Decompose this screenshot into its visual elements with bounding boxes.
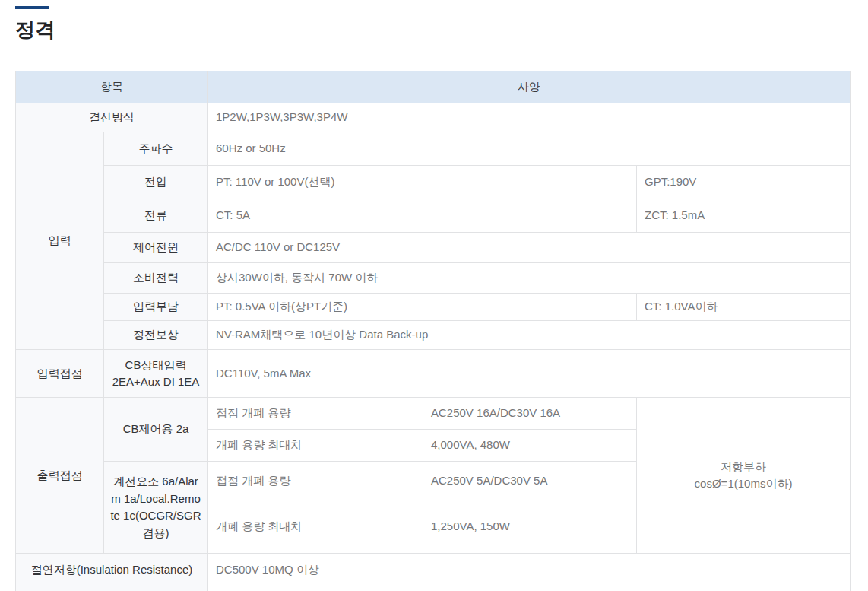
- header-cell-item: 항목: [16, 71, 208, 103]
- output-row-3-value: 1,250VA, 150W: [423, 500, 637, 554]
- output-row-0-value: AC250V 16A/DC30V 16A: [423, 398, 637, 430]
- input-group-label: 입력: [16, 132, 104, 350]
- wiring-value: 1P2W,1P3W,3P3W,3P4W: [208, 103, 851, 132]
- page-title: 정격: [15, 17, 55, 43]
- input-contact-label: CB상태입력 2EA+Aux DI 1EA: [104, 350, 208, 398]
- insulation-value: DC500V 10MQ 이상: [208, 554, 851, 586]
- row-input-contact: 입력접점 CB상태입력 2EA+Aux DI 1EA DC110V, 5mA M…: [16, 350, 851, 398]
- backup-label: 정전보상: [104, 321, 208, 350]
- resistive-load-line-1: 저항부하: [643, 459, 844, 476]
- voltage-value-2: GPT:190V: [637, 166, 851, 199]
- resistive-load-line-2: cosØ=1(10ms이하): [643, 475, 844, 493]
- current-label: 전류: [104, 199, 208, 233]
- output-row-2-label: 접점 개폐 용량: [208, 462, 423, 500]
- frequency-value: 60Hz or 50Hz: [208, 132, 851, 166]
- frequency-label: 주파수: [104, 132, 208, 166]
- output-row-0-label: 접점 개폐 용량: [208, 398, 423, 430]
- output-row-3-label: 개폐 용량 최대치: [208, 500, 423, 554]
- row-output-cb-capacity: 출력접점 CB제어용 2a 접점 개폐 용량 AC250V 16A/DC30V …: [16, 398, 851, 430]
- row-wiring: 결선방식 1P2W,1P3W,3P3W,3P4W: [16, 103, 851, 132]
- burden-label: 입력부담: [104, 294, 208, 321]
- row-input-current: 전류 CT: 5A ZCT: 1.5mA: [16, 199, 851, 233]
- row-input-consumption: 소비전력 상시30W이하, 동작시 70W 이하: [16, 263, 851, 294]
- burden-value: PT: 0.5VA 이하(상PT기준): [208, 294, 637, 321]
- current-value-2: ZCT: 1.5mA: [637, 199, 851, 233]
- row-input-backup: 정전보상 NV-RAM채택으로 10년이상 Data Back-up: [16, 321, 851, 350]
- consumption-label: 소비전력: [104, 263, 208, 294]
- row-input-control-power: 제어전원 AC/DC 110V or DC125V: [16, 233, 851, 263]
- row-input-voltage: 전압 PT: 110V or 100V(선택) GPT:190V: [16, 166, 851, 199]
- voltage-label: 전압: [104, 166, 208, 199]
- output-row-2-value: AC250V 5A/DC30V 5A: [423, 462, 637, 500]
- current-value: CT: 5A: [208, 199, 637, 233]
- next-row-label-clipped: [16, 586, 208, 591]
- cb-control-label: CB제어용 2a: [104, 398, 208, 462]
- spec-table: 항목 사양 결선방식 1P2W,1P3W,3P3W,3P4W 입력 주파수 60…: [15, 71, 851, 591]
- control-power-label: 제어전원: [104, 233, 208, 263]
- input-contact-value: DC110V, 5mA Max: [208, 350, 851, 398]
- header-cell-spec: 사양: [208, 71, 851, 103]
- section-accent-bar: [15, 6, 49, 9]
- next-row-value-clipped: [208, 586, 851, 591]
- consumption-value: 상시30W이하, 동작시 70W 이하: [208, 263, 851, 294]
- output-row-1-label: 개폐 용량 최대치: [208, 430, 423, 462]
- output-contact-group-label: 출력접점: [16, 398, 104, 554]
- voltage-value: PT: 110V or 100V(선택): [208, 166, 637, 199]
- header-row: 항목 사양: [16, 71, 851, 103]
- insulation-label: 절연저항(Insulation Resistance): [16, 554, 208, 586]
- resistive-load-note: 저항부하 cosØ=1(10ms이하): [637, 398, 851, 554]
- wiring-label: 결선방식: [16, 103, 208, 132]
- row-insulation: 절연저항(Insulation Resistance) DC500V 10MQ …: [16, 554, 851, 586]
- spec-page: 정격 항목 사양 결선방식 1P2W,1P3W,3P3W,3P4W 입력 주파수…: [0, 0, 868, 591]
- relay-element-label: 계전요소 6a/Alarm 1a/Local.Remote 1c(OCGR/SG…: [104, 462, 208, 554]
- backup-value: NV-RAM채택으로 10년이상 Data Back-up: [208, 321, 851, 350]
- burden-value-2: CT: 1.0VA이하: [637, 294, 851, 321]
- row-next-clipped: [16, 586, 851, 591]
- control-power-value: AC/DC 110V or DC125V: [208, 233, 851, 263]
- input-contact-group-label: 입력접점: [16, 350, 104, 398]
- output-row-1-value: 4,000VA, 480W: [423, 430, 637, 462]
- row-input-frequency: 입력 주파수 60Hz or 50Hz: [16, 132, 851, 166]
- row-input-burden: 입력부담 PT: 0.5VA 이하(상PT기준) CT: 1.0VA이하: [16, 294, 851, 321]
